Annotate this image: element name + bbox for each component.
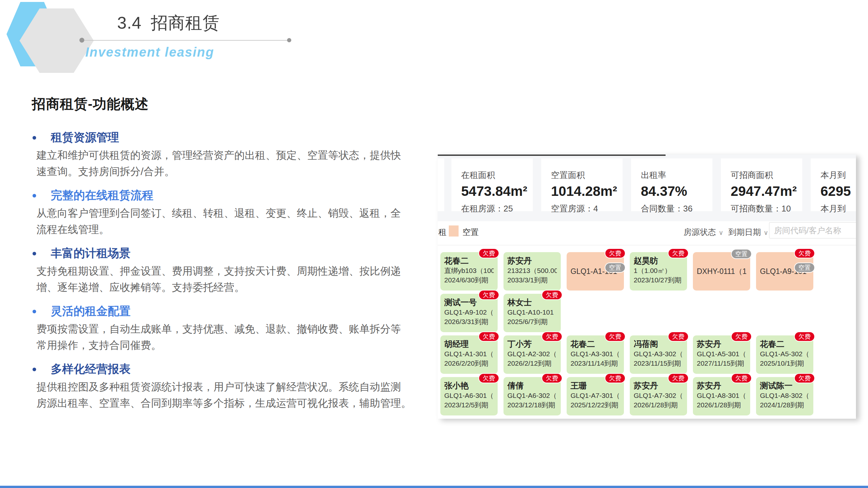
room-card[interactable]: 冯蓓阁GLQ1-A3-302（2...2023/11/15到期欠费 [630, 335, 687, 374]
room-code-area: GLQ1-A1-301（1... [444, 349, 494, 359]
bullet-heading: 完整的在线租赁流程 [51, 187, 446, 203]
arrears-badge: 欠费 [605, 373, 625, 383]
room-due-date: 2026/2/12到期 [507, 359, 557, 368]
panel-top-edge [438, 155, 665, 156]
room-code-area: GLQ1-A2-302（2... [507, 349, 557, 359]
arrears-badge: 欠费 [478, 331, 499, 341]
room-due-date: 2026/1/28到期 [697, 400, 746, 410]
room-card-row: 张小艳GLQ1-A6-301（2...2023/12/5到期欠费倩倩GLQ1-A… [440, 377, 813, 416]
legend-vacant-swatch [449, 225, 459, 236]
arrears-badge: 欠费 [541, 290, 562, 300]
stat-value: 1014.28m² [551, 184, 623, 199]
room-card[interactable]: 丁小芳GLQ1-A2-302（2...2026/2/12到期欠费 [503, 335, 561, 374]
arrears-badge: 欠费 [731, 331, 752, 341]
bullet-dot [33, 194, 36, 197]
stat-value: 5473.84m² [461, 184, 533, 199]
room-card[interactable]: 花春二直绑yb103（100....2024/6/30到期欠费 [440, 252, 498, 291]
room-due-date: 2027/11/15到期 [697, 359, 746, 368]
room-code-area: GLQ1-A5-301（2... [697, 349, 746, 359]
bullet-item-4: 多样化经营报表提供租控图及多种租赁资源统计报表，用户可快速了解经营状况。系统自动… [33, 361, 446, 411]
vacant-badge: 空置 [731, 249, 752, 259]
bullet-body: 费项按需设置，自动生成账单，支持优惠、减免、退款、撤销收费、账单拆分等 常用操作… [36, 321, 446, 353]
room-card[interactable]: 花春二GLQ1-A5-302（2...2025/10/1到期欠费 [756, 335, 813, 374]
room-code-area: GLQ1-A3-301（2... [570, 349, 620, 359]
legend-leased-label: 租 [438, 227, 446, 237]
room-card[interactable]: 林女士GLQ1-A10-101（...2025/6/7到期欠费 [503, 294, 561, 332]
stat-value: 6295 [820, 184, 856, 199]
room-due-date: 2023/10/27到期 [634, 275, 683, 285]
room-due-date: 2023/11/14到期 [570, 359, 620, 368]
bullet-dot [33, 136, 36, 139]
arrears-badge: 欠费 [794, 373, 815, 383]
room-card[interactable]: 苏安丹GLQ1-A5-301（2...2027/11/15到期欠费 [693, 335, 750, 374]
stat-sub: 本月到 [820, 203, 856, 215]
room-due-date: 2023/12/5到期 [444, 400, 494, 410]
arrears-badge: 欠费 [605, 248, 625, 258]
room-card[interactable]: 苏安丹213213（500.00...2033/3/1到期 [503, 252, 561, 291]
room-card[interactable]: 张小艳GLQ1-A6-301（2...2023/12/5到期欠费 [440, 377, 498, 416]
stat-card-3: 可招商面积2947.47m²可招商数量：10 [721, 158, 802, 211]
room-card[interactable]: GLQ1-A9-101欠费空置 [756, 252, 813, 291]
stat-card-0: 在租面积5473.84m²在租房源：25 [452, 158, 533, 211]
chevron-down-icon: ∨ [719, 229, 723, 236]
stat-label: 可招商面积 [731, 169, 802, 181]
stat-value: 84.37% [641, 184, 712, 199]
room-code-area: GLQ1-A9-102（3... [444, 307, 494, 317]
arrears-badge: 欠费 [668, 331, 689, 341]
legend-vacant-label: 空置 [463, 227, 479, 237]
due-date-label: 到期日期 [728, 227, 761, 236]
room-card[interactable]: 王珊GLQ1-A7-301（2...2025/12/22到期欠费 [567, 377, 624, 416]
arrears-badge: 欠费 [478, 248, 499, 258]
line-end-dot-right [287, 38, 291, 42]
arrears-badge: 欠费 [478, 373, 499, 383]
room-card[interactable]: 胡经理GLQ1-A1-301（1...2026/2/20到期欠费 [440, 335, 498, 374]
room-code-area: GLQ1-A3-302（2... [634, 349, 683, 359]
arrears-badge: 欠费 [668, 373, 689, 383]
room-card-row: 花春二直绑yb103（100....2024/6/30到期欠费苏安丹213213… [440, 252, 813, 291]
search-input[interactable] [769, 222, 856, 238]
room-code-area: GLQ1-A8-302（2... [760, 391, 809, 400]
room-card[interactable]: 测试陈一GLQ1-A8-302（2...2024/1/28到期欠费 [756, 377, 813, 416]
room-card[interactable]: 赵昊昉1（1.00㎡）2023/10/27到期欠费 [630, 252, 687, 291]
room-card[interactable]: 苏安丹GLQ1-A7-302（2...2026/1/28到期欠费 [630, 377, 687, 416]
bullet-heading: 多样化经营报表 [51, 361, 446, 377]
bullet-list: 租赁资源管理建立和维护可供租赁的资源，管理经营资产的出租、预定、空置等状态，提供… [33, 129, 446, 411]
page-title-text: 招商租赁 [151, 13, 220, 32]
section-heading: 招商租赁-功能概述 [32, 95, 149, 113]
room-card[interactable]: 苏安丹GLQ1-A8-301（2...2026/1/28到期欠费 [693, 377, 750, 416]
title-underline [82, 40, 288, 41]
stat-label: 出租率 [641, 169, 712, 181]
room-code-area: GLQ1-A10-101（... [507, 307, 557, 317]
stat-sub: 合同数量：36 [641, 203, 712, 215]
room-card-row: 测试一号GLQ1-A9-102（3...2026/3/31到期欠费林女士GLQ1… [440, 294, 561, 332]
room-status-dropdown[interactable]: 房源状态∨ [683, 227, 723, 237]
room-code-area: GLQ1-A8-301（2... [697, 391, 746, 400]
room-card[interactable]: GLQ1-A1-101欠费空置 [567, 252, 624, 291]
room-code-area: GLQ1-A7-301（2... [570, 391, 620, 400]
room-code-area: 1（1.00㎡） [634, 266, 683, 275]
arrears-badge: 欠费 [794, 248, 815, 258]
screenshot-panel: 在租面积5473.84m²在租房源：25空置面积1014.28m²空置房源：4出… [438, 155, 856, 419]
room-card[interactable]: DXHY-0111（120...空置 [693, 252, 750, 291]
room-card-row: 胡经理GLQ1-A1-301（1...2026/2/20到期欠费丁小芳GLQ1-… [440, 335, 813, 374]
room-due-date: 2024/6/30到期 [444, 275, 494, 285]
bullet-body: 提供租控图及多种租赁资源统计报表，用户可快速了解经营状况。系统自动监测 房源出租… [36, 379, 446, 411]
stat-card-1: 空置面积1014.28m²空置房源：4 [541, 158, 623, 211]
room-code-area: GLQ1-A6-302（2... [507, 391, 557, 400]
room-card[interactable]: 倩倩GLQ1-A6-302（2...2023/12/18到期欠费 [503, 377, 561, 416]
stat-label: 空置面积 [551, 169, 623, 181]
subtitle: Investment leasing [85, 45, 214, 60]
stat-card-partial [438, 158, 444, 211]
room-tenant-name: 苏安丹 [507, 255, 557, 266]
bottom-accent-bar [0, 486, 868, 488]
room-code-area: 213213（500.00... [507, 266, 557, 275]
room-status-label: 房源状态 [683, 227, 716, 236]
bullet-heading: 丰富的计租场景 [51, 245, 446, 261]
arrears-badge: 欠费 [794, 331, 815, 341]
bullet-item-1: 完整的在线租赁流程从意向客户管理到合同签订、续租、转租、退租、变更、终止、销毁、… [33, 187, 446, 237]
bullet-item-3: 灵活的租金配置费项按需设置，自动生成账单，支持优惠、减免、退款、撤销收费、账单拆… [33, 303, 446, 353]
due-date-dropdown[interactable]: 到期日期∨ [728, 227, 768, 237]
room-card[interactable]: 测试一号GLQ1-A9-102（3...2026/3/31到期欠费 [440, 294, 498, 332]
room-card[interactable]: 花春二GLQ1-A3-301（2...2023/11/14到期欠费 [567, 335, 624, 374]
room-due-date: 2033/3/1到期 [507, 275, 557, 285]
